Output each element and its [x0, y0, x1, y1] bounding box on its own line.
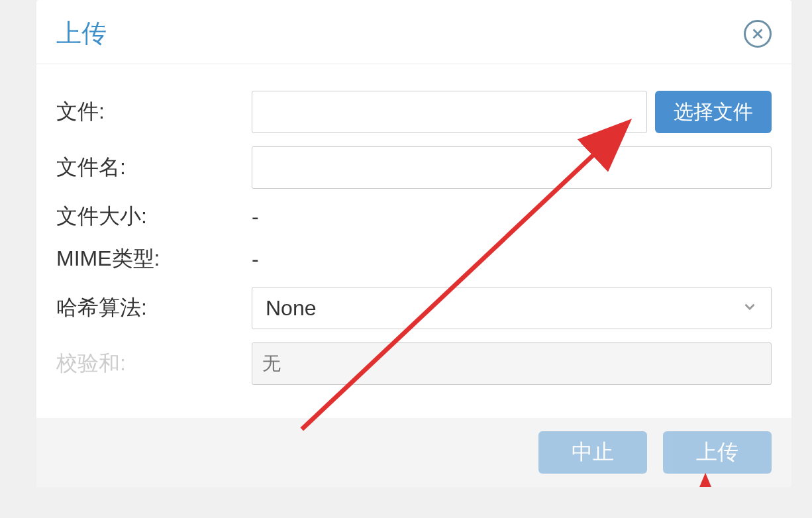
mimetype-row: MIME类型: - [56, 244, 772, 274]
dialog-header: 上传 [36, 0, 791, 64]
filename-row: 文件名: [56, 146, 772, 189]
filesize-row: 文件大小: - [56, 202, 772, 231]
file-input[interactable] [252, 91, 647, 133]
mimetype-label: MIME类型: [56, 244, 252, 274]
close-button[interactable] [744, 20, 772, 48]
dialog-title: 上传 [56, 17, 107, 50]
filename-input[interactable] [252, 146, 772, 189]
hash-row: 哈希算法: None [56, 287, 772, 329]
upload-button[interactable]: 上传 [663, 431, 772, 474]
mimetype-value: - [252, 247, 259, 272]
close-icon [750, 26, 765, 41]
dialog-body: 文件: 选择文件 文件名: 文件大小: - MIME类型: - 哈希算法: No [36, 64, 791, 418]
abort-button[interactable]: 中止 [538, 431, 647, 474]
checksum-input [252, 342, 772, 385]
select-file-button[interactable]: 选择文件 [655, 91, 772, 133]
filename-label: 文件名: [56, 153, 252, 182]
hash-select[interactable]: None [252, 287, 772, 329]
file-label: 文件: [56, 97, 252, 127]
filesize-label: 文件大小: [56, 202, 252, 231]
checksum-label: 校验和: [56, 349, 252, 378]
file-row: 文件: 选择文件 [56, 91, 772, 133]
hash-label: 哈希算法: [56, 293, 252, 323]
filesize-value: - [252, 205, 259, 229]
checksum-row: 校验和: [56, 342, 772, 385]
dialog-footer: 中止 上传 [36, 418, 791, 487]
upload-dialog: 上传 文件: 选择文件 文件名: 文件大小: - M [36, 0, 791, 487]
